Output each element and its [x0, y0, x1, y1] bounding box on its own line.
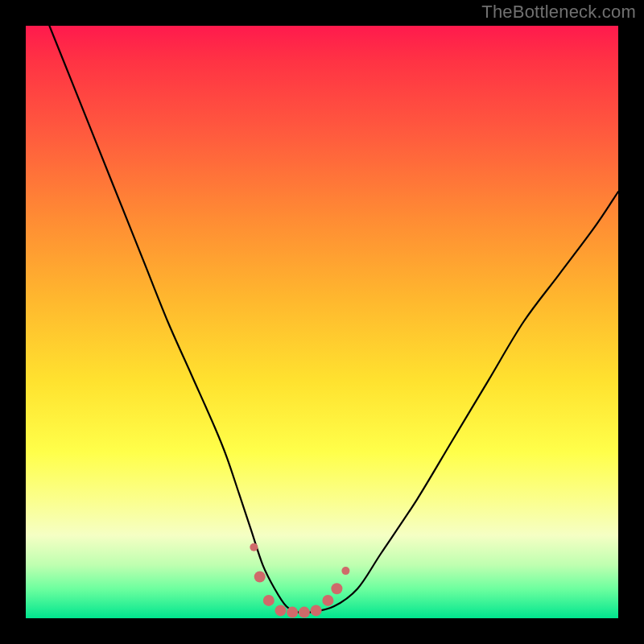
- valley-marker: [331, 583, 342, 594]
- valley-marker: [263, 595, 275, 606]
- valley-marker: [254, 572, 266, 583]
- bottleneck-curve: [49, 26, 618, 613]
- chart-stage: TheBottleneck.com: [0, 0, 644, 644]
- chart-svg: [26, 26, 618, 618]
- valley-marker: [275, 605, 287, 616]
- watermark-label: TheBottleneck.com: [481, 2, 636, 23]
- plot-area: [26, 26, 618, 618]
- valley-marker: [287, 607, 298, 618]
- valley-marker: [311, 605, 322, 616]
- valley-marker: [322, 595, 333, 606]
- valley-marker: [250, 543, 258, 551]
- valley-marker: [299, 607, 310, 618]
- valley-marker: [341, 567, 349, 575]
